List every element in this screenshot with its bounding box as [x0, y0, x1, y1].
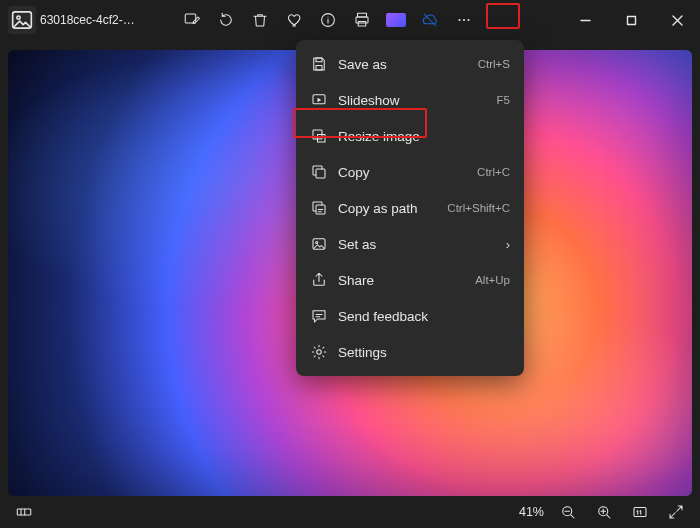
- slideshow-icon: [310, 91, 328, 109]
- status-bar: 41%: [0, 496, 700, 528]
- svg-rect-10: [627, 16, 635, 24]
- svg-rect-23: [634, 508, 646, 517]
- svg-point-19: [317, 350, 322, 355]
- svg-rect-4: [358, 13, 367, 17]
- window-controls: [562, 5, 700, 35]
- maximize-button[interactable]: [608, 5, 654, 35]
- menu-item-slideshow[interactable]: SlideshowF5: [296, 82, 524, 118]
- svg-point-18: [316, 241, 318, 243]
- svg-rect-15: [316, 169, 325, 178]
- backup-button[interactable]: [414, 4, 446, 36]
- setas-icon: [310, 235, 328, 253]
- window-title: 63018cec-4cf2-…: [40, 13, 135, 27]
- menu-item-share[interactable]: ShareAlt+Up: [296, 262, 524, 298]
- filmstrip-button[interactable]: [8, 496, 40, 528]
- print-button[interactable]: [346, 4, 378, 36]
- menu-item-shortcut: Ctrl+C: [477, 166, 510, 178]
- copy-icon: [310, 163, 328, 181]
- menu-item-copypath[interactable]: Copy as pathCtrl+Shift+C: [296, 190, 524, 226]
- menu-item-label: Resize image: [338, 129, 510, 144]
- menu-item-shortcut: Alt+Up: [475, 274, 510, 286]
- zoom-in-button[interactable]: [588, 496, 620, 528]
- menu-item-copy[interactable]: CopyCtrl+C: [296, 154, 524, 190]
- feedback-icon: [310, 307, 328, 325]
- resize-icon: [310, 127, 328, 145]
- menu-item-shortcut: F5: [497, 94, 510, 106]
- share-icon: [310, 271, 328, 289]
- more-button[interactable]: [448, 4, 480, 36]
- menu-item-label: Copy: [338, 165, 467, 180]
- actual-size-button[interactable]: [624, 496, 656, 528]
- svg-point-1: [17, 16, 20, 19]
- chevron-right-icon: ›: [506, 237, 510, 252]
- edit-image-button[interactable]: [176, 4, 208, 36]
- settings-icon: [310, 343, 328, 361]
- title-area: 63018cec-4cf2-…: [0, 6, 170, 34]
- svg-rect-2: [185, 14, 196, 23]
- menu-item-label: Send feedback: [338, 309, 510, 324]
- app-icon: [8, 6, 36, 34]
- favorite-button[interactable]: [278, 4, 310, 36]
- menu-item-resize[interactable]: Resize image: [296, 118, 524, 154]
- delete-button[interactable]: [244, 4, 276, 36]
- more-menu: Save asCtrl+SSlideshowF5Resize imageCopy…: [296, 40, 524, 376]
- menu-item-feedback[interactable]: Send feedback: [296, 298, 524, 334]
- menu-item-save[interactable]: Save asCtrl+S: [296, 46, 524, 82]
- menu-item-setas[interactable]: Set as›: [296, 226, 524, 262]
- svg-rect-20: [17, 509, 31, 515]
- title-bar: 63018cec-4cf2-…: [0, 0, 700, 40]
- menu-item-shortcut: Ctrl+Shift+C: [447, 202, 510, 214]
- menu-item-label: Settings: [338, 345, 510, 360]
- menu-item-label: Save as: [338, 57, 468, 72]
- rotate-button[interactable]: [210, 4, 242, 36]
- zoom-out-button[interactable]: [552, 496, 584, 528]
- svg-point-7: [458, 19, 460, 21]
- menu-item-label: Share: [338, 273, 465, 288]
- menu-item-shortcut: Ctrl+S: [478, 58, 510, 70]
- info-button[interactable]: [312, 4, 344, 36]
- fullscreen-button[interactable]: [660, 496, 692, 528]
- svg-point-9: [467, 19, 469, 21]
- menu-item-label: Set as: [338, 237, 496, 252]
- menu-item-label: Copy as path: [338, 201, 437, 216]
- svg-rect-12: [316, 66, 322, 71]
- clipchamp-button[interactable]: [380, 4, 412, 36]
- menu-item-settings[interactable]: Settings: [296, 334, 524, 370]
- copypath-icon: [310, 199, 328, 217]
- minimize-button[interactable]: [562, 5, 608, 35]
- svg-rect-6: [358, 22, 366, 27]
- save-icon: [310, 55, 328, 73]
- close-button[interactable]: [654, 5, 700, 35]
- zoom-percentage: 41%: [515, 505, 548, 519]
- toolbar: [176, 4, 480, 36]
- svg-point-8: [463, 19, 465, 21]
- svg-rect-11: [316, 58, 322, 62]
- clipchamp-icon: [386, 13, 406, 27]
- menu-item-label: Slideshow: [338, 93, 487, 108]
